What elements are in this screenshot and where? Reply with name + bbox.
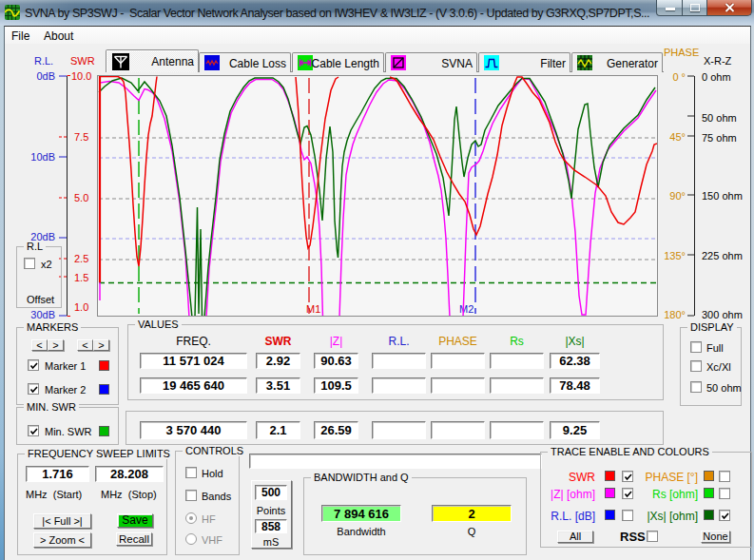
- svg-text:M2: M2: [459, 303, 474, 315]
- svg-text:M1: M1: [306, 303, 320, 315]
